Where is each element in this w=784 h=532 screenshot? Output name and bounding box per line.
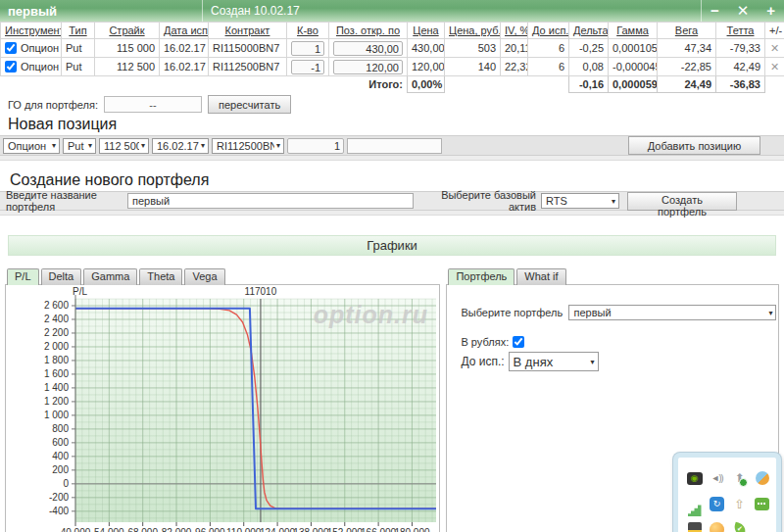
qty-input[interactable]: 1	[291, 41, 324, 56]
rubles-checkbox[interactable]	[513, 336, 524, 348]
svg-text:1 200: 1 200	[44, 396, 69, 407]
portfolio-window: первый Создан 10.02.17 − ✕ + ИнструментТ…	[0, 0, 784, 161]
new-position-heading: Новая позиция	[8, 115, 784, 133]
chart-tabs: P/LDeltaGammaThetaVega	[5, 268, 440, 285]
tab-vega[interactable]: Vega	[184, 268, 224, 285]
svg-text:152 000: 152 000	[327, 527, 364, 532]
svg-text:1 000: 1 000	[44, 410, 69, 420]
position-checkbox[interactable]	[5, 61, 17, 73]
tab-delta[interactable]: Delta	[41, 268, 82, 285]
option-type-select[interactable]: Put▾	[63, 138, 96, 154]
base-asset-select[interactable]: RTS▾	[541, 193, 619, 209]
portfolio-select[interactable]: первый▾	[568, 305, 776, 320]
remove-position-icon[interactable]: ✕	[770, 61, 779, 73]
column-header-6[interactable]: К-во	[287, 23, 329, 39]
create-portfolio-button[interactable]: Создать портфель	[627, 192, 737, 211]
column-header-4[interactable]: Дата исп.	[160, 23, 209, 39]
leaf-icon[interactable]	[732, 522, 747, 532]
open-price-input[interactable]	[347, 138, 442, 154]
svg-text:40 000: 40 000	[61, 527, 91, 532]
paint-icon[interactable]	[710, 522, 724, 532]
chevron-down-icon: ▾	[612, 197, 615, 206]
svg-text:180 000: 180 000	[394, 527, 430, 532]
svg-text:600: 600	[52, 437, 69, 448]
column-header-5[interactable]: Контракт	[209, 23, 287, 39]
recalculate-button[interactable]: пересчитать	[208, 95, 291, 114]
qty-input[interactable]: -1	[291, 60, 324, 74]
add-position-button[interactable]: Добавить позицию	[628, 136, 760, 155]
svg-text:2 600: 2 600	[44, 300, 69, 311]
column-header-11[interactable]: До исп.	[528, 23, 569, 39]
cell-price: 120,00	[408, 58, 445, 76]
select-portfolio-label: Выберите портфель	[461, 307, 568, 318]
instrument-label: Опцион	[21, 61, 59, 73]
totals-row: Итого:0,00%-0,160,00005924,49-36,83	[1, 76, 784, 93]
add-icon[interactable]: +	[758, 0, 784, 22]
column-header-12[interactable]: Дельта	[569, 23, 609, 39]
column-header-14[interactable]: Вега	[658, 23, 716, 39]
svg-text:400: 400	[52, 451, 69, 461]
cell-contract: RI115000BN7	[209, 39, 287, 58]
signal-icon[interactable]	[688, 504, 702, 516]
contract-select[interactable]: RI112500BN7▾	[212, 138, 284, 154]
tab-gamma[interactable]: Gamma	[83, 268, 137, 285]
portfolio-name-input[interactable]: первый	[127, 193, 414, 209]
open_at-input[interactable]: 430,00	[333, 41, 403, 56]
svg-text:2 200: 2 200	[44, 327, 69, 338]
cell-instrument: Опцион	[1, 58, 62, 76]
nvidia-icon[interactable]	[687, 472, 703, 485]
position-checkbox[interactable]	[5, 42, 17, 54]
cell-type: Put	[62, 58, 95, 76]
create-portfolio-heading: Создание нового портфеля	[10, 170, 784, 189]
column-header-2[interactable]: Тип	[62, 23, 95, 39]
minimize-icon[interactable]: −	[702, 0, 728, 22]
column-header-13[interactable]: Гамма	[609, 23, 658, 39]
chevron-down-icon: ▾	[141, 141, 145, 150]
cell-gamma: 0,000105	[609, 39, 658, 58]
usb-icon[interactable]	[731, 470, 748, 487]
totals-label: Итого:	[1, 76, 408, 93]
portfolio-name-label: Введите название портфеля	[0, 189, 127, 213]
scheduler-icon[interactable]	[688, 522, 702, 532]
portfolio-title: первый	[0, 4, 202, 19]
volume-icon[interactable]	[709, 470, 725, 487]
tab-theta[interactable]: Theta	[139, 268, 182, 285]
row-spacer	[0, 156, 784, 161]
remove-position-icon[interactable]: ✕	[770, 42, 779, 54]
tab-p-l[interactable]: P/L	[7, 268, 39, 285]
column-header-10[interactable]: IV, %	[501, 23, 528, 39]
cell-gamma: -0,000045	[609, 58, 658, 76]
svg-text:1 800: 1 800	[44, 355, 69, 365]
column-header-9[interactable]: Цена, руб.	[445, 23, 501, 39]
column-header-8[interactable]: Цена	[408, 23, 445, 39]
column-header-3[interactable]: Страйк	[95, 23, 160, 39]
quantity-input[interactable]: 1	[287, 138, 344, 154]
instrument-select[interactable]: Опцион▾	[3, 138, 60, 154]
column-header-15[interactable]: Тетта	[716, 23, 765, 39]
cell-qty: -1	[287, 58, 329, 76]
tab-портфель[interactable]: Портфель	[448, 268, 514, 285]
remote-app-icon[interactable]	[710, 497, 724, 511]
tab-what-if[interactable]: What if	[516, 268, 565, 285]
svg-text:138 000: 138 000	[293, 527, 329, 532]
svg-text:166 000: 166 000	[361, 527, 397, 532]
up-arrow-icon[interactable]	[731, 496, 748, 512]
y-axis-title: P/L	[73, 286, 87, 297]
column-header-7[interactable]: Поз. откр. по	[329, 23, 408, 39]
svg-text:-200: -200	[49, 492, 69, 503]
open_at-input[interactable]: 120,00	[333, 60, 403, 74]
expiry-select[interactable]: 16.02.17М▾	[152, 138, 209, 154]
days-select[interactable]: В днях▾	[509, 352, 599, 371]
windows-update-icon[interactable]	[756, 471, 769, 485]
svg-text:54 000: 54 000	[94, 527, 124, 532]
window-header: первый Создан 10.02.17 − ✕ +	[0, 0, 784, 22]
chevron-down-icon: ▾	[201, 141, 205, 150]
messenger-icon[interactable]	[755, 498, 769, 510]
close-icon[interactable]: ✕	[728, 0, 759, 22]
cell-theta: 42,49	[716, 58, 765, 76]
cell-price_rub: 140	[445, 58, 501, 76]
cell-strike: 115 000	[95, 39, 160, 58]
strike-select[interactable]: 112 500▾	[99, 138, 149, 154]
totals-vega: 24,49	[658, 76, 716, 93]
column-header-1[interactable]: Инструмент	[1, 23, 62, 39]
